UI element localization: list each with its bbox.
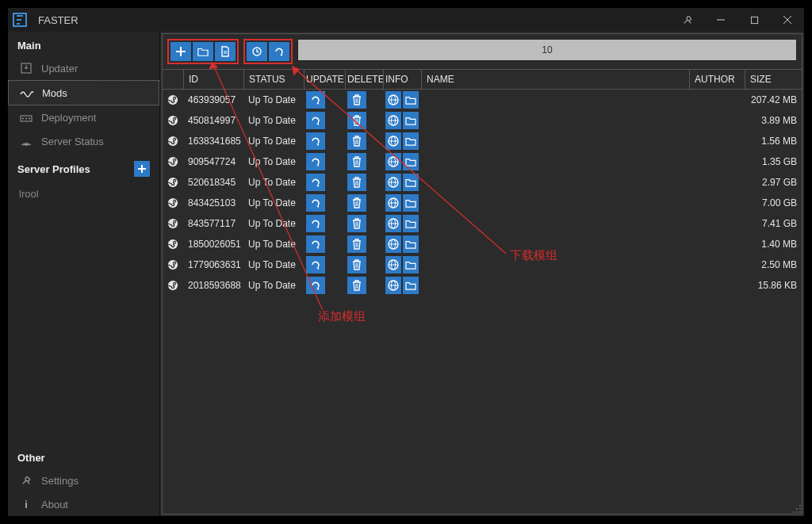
cell-id: 909547724 xyxy=(183,156,243,167)
row-update-button[interactable] xyxy=(306,91,325,109)
row-folder-button[interactable] xyxy=(403,215,419,232)
tools-icon[interactable] xyxy=(671,8,704,32)
add-profile-button[interactable] xyxy=(134,161,150,177)
svg-point-8 xyxy=(25,118,27,120)
svg-point-22 xyxy=(174,98,175,99)
row-web-button[interactable] xyxy=(385,277,401,294)
row-delete-button[interactable] xyxy=(347,277,366,294)
col-status[interactable]: STATUS xyxy=(243,70,304,89)
row-web-button[interactable] xyxy=(385,174,401,191)
row-web-button[interactable] xyxy=(385,112,401,129)
row-delete-button[interactable] xyxy=(347,235,366,253)
table-row[interactable]: 2018593688Up To Date15.86 KB xyxy=(163,275,802,296)
sidebar-item-settings[interactable]: Settings xyxy=(8,469,159,492)
cell-id: 843425103 xyxy=(183,197,243,208)
table-row[interactable]: 463939057Up To Date207.42 MB xyxy=(163,90,802,110)
row-web-button[interactable] xyxy=(385,91,401,109)
table-header: ID STATUS UPDATE DELETE INFO NAME AUTHOR… xyxy=(163,69,802,90)
svg-point-70 xyxy=(174,221,175,223)
row-delete-button[interactable] xyxy=(347,91,366,109)
update-all-button[interactable] xyxy=(269,42,289,61)
row-web-button[interactable] xyxy=(385,153,401,170)
sidebar-item-about[interactable]: About xyxy=(8,492,159,516)
col-size[interactable]: SIZE xyxy=(745,70,802,89)
row-update-button[interactable] xyxy=(306,235,325,253)
row-web-button[interactable] xyxy=(385,235,401,253)
table-row[interactable]: 909547724Up To Date1.35 GB xyxy=(163,151,802,172)
main-content: 10 ID STATUS UPDATE DELETE INFO NAME AUT… xyxy=(160,32,804,516)
table-row[interactable]: 1638341685Up To Date1.56 MB xyxy=(163,131,802,151)
row-folder-button[interactable] xyxy=(403,174,419,191)
row-delete-button[interactable] xyxy=(347,194,366,212)
row-update-button[interactable] xyxy=(306,194,325,212)
profile-item[interactable]: lrool xyxy=(17,185,150,203)
cell-id: 843577117 xyxy=(183,218,243,229)
sidebar-item-server-status[interactable]: Server Status xyxy=(8,129,159,153)
cell-size: 2.97 GB xyxy=(745,177,802,188)
col-delete[interactable]: DELETE xyxy=(345,70,383,89)
row-update-button[interactable] xyxy=(306,277,325,294)
table-row[interactable]: 520618345Up To Date2.97 GB xyxy=(163,172,802,193)
row-folder-button[interactable] xyxy=(403,194,419,212)
cell-id: 520618345 xyxy=(183,177,243,188)
maximize-button[interactable] xyxy=(737,8,771,32)
svg-rect-2 xyxy=(751,17,757,23)
table-row[interactable]: 843425103Up To Date7.00 GB xyxy=(163,193,802,213)
add-local-button[interactable] xyxy=(193,42,213,61)
sidebar-item-mods[interactable]: Mods xyxy=(8,80,159,105)
svg-point-78 xyxy=(174,242,175,243)
row-delete-button[interactable] xyxy=(347,153,366,170)
row-delete-button[interactable] xyxy=(347,112,366,129)
sidebar-section-other: Other xyxy=(8,444,159,469)
row-update-button[interactable] xyxy=(306,174,325,191)
row-update-button[interactable] xyxy=(306,153,325,170)
sidebar-item-updater[interactable]: Updater xyxy=(8,56,159,80)
check-updates-button[interactable] xyxy=(247,42,267,61)
row-web-button[interactable] xyxy=(385,215,401,232)
close-button[interactable] xyxy=(771,8,804,32)
row-update-button[interactable] xyxy=(306,256,325,273)
cell-id: 1850026051 xyxy=(183,239,243,250)
table-row[interactable]: 843577117Up To Date7.41 GB xyxy=(163,213,802,234)
col-name[interactable]: NAME xyxy=(421,70,689,89)
row-update-button[interactable] xyxy=(306,132,325,150)
add-mod-button[interactable] xyxy=(170,42,191,61)
row-folder-button[interactable] xyxy=(403,112,419,129)
resize-grip-icon[interactable] xyxy=(791,503,802,514)
signal-icon xyxy=(19,134,33,148)
row-folder-button[interactable] xyxy=(403,91,419,109)
row-web-button[interactable] xyxy=(385,194,401,212)
cell-status: Up To Date xyxy=(243,280,304,291)
row-update-button[interactable] xyxy=(306,215,325,232)
row-web-button[interactable] xyxy=(385,132,401,150)
row-folder-button[interactable] xyxy=(403,277,419,294)
svg-point-13 xyxy=(25,500,27,502)
steam-icon xyxy=(163,279,183,292)
table-row[interactable]: 1779063631Up To Date2.50 MB xyxy=(163,254,802,275)
col-info[interactable]: INFO xyxy=(383,70,421,89)
cell-id: 1638341685 xyxy=(183,136,243,147)
table-body: 463939057Up To Date207.42 MB450814997Up … xyxy=(163,90,802,514)
row-folder-button[interactable] xyxy=(403,235,419,253)
sidebar-item-label: Settings xyxy=(41,475,79,487)
row-folder-button[interactable] xyxy=(403,256,419,273)
row-web-button[interactable] xyxy=(385,256,401,273)
table-row[interactable]: 450814997Up To Date3.89 MB xyxy=(163,110,802,131)
col-update[interactable]: UPDATE xyxy=(304,70,345,89)
search-input[interactable]: 10 xyxy=(297,39,797,61)
minimize-button[interactable] xyxy=(704,8,737,32)
sidebar-item-deployment[interactable]: Deployment xyxy=(8,105,159,129)
row-delete-button[interactable] xyxy=(347,215,366,232)
row-delete-button[interactable] xyxy=(347,174,366,191)
row-folder-button[interactable] xyxy=(403,132,419,150)
row-update-button[interactable] xyxy=(306,112,325,129)
row-folder-button[interactable] xyxy=(403,153,419,170)
svg-point-108 xyxy=(796,511,798,513)
col-id[interactable]: ID xyxy=(183,70,243,89)
toolbar: 10 xyxy=(163,34,802,69)
import-file-button[interactable] xyxy=(215,42,236,61)
row-delete-button[interactable] xyxy=(347,132,366,150)
col-author[interactable]: AUTHOR xyxy=(689,70,745,89)
row-delete-button[interactable] xyxy=(347,256,366,273)
table-row[interactable]: 1850026051Up To Date1.40 MB xyxy=(163,234,802,254)
